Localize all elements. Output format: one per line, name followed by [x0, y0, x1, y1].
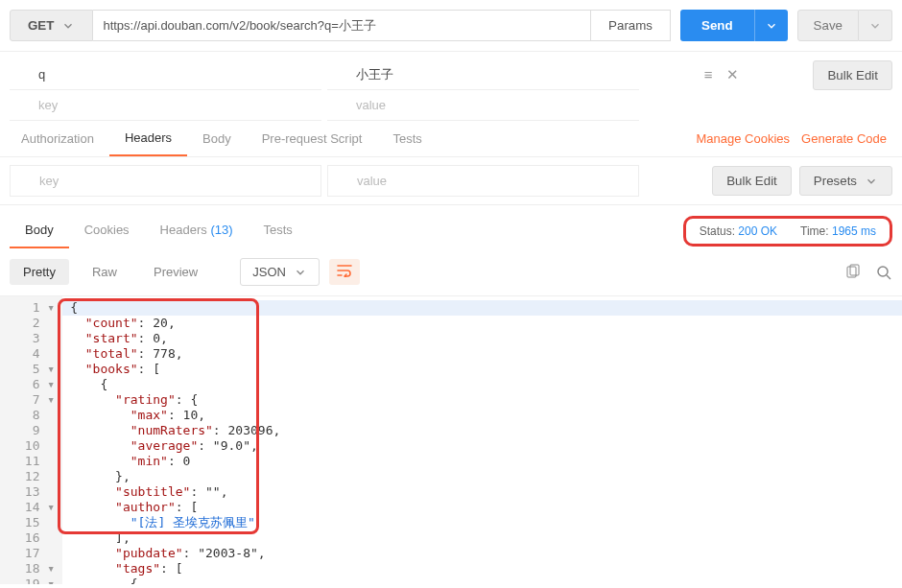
bulk-edit-button[interactable]: Bulk Edit [813, 60, 892, 90]
request-tabs: Authorization Headers Body Pre-request S… [0, 121, 902, 157]
url-input[interactable] [93, 10, 591, 41]
method-label: GET [28, 18, 54, 33]
param-key-input[interactable] [10, 90, 321, 121]
param-row-new [10, 90, 892, 121]
delete-row-icon[interactable]: ✕ [726, 66, 739, 83]
view-pretty[interactable]: Pretty [10, 259, 69, 285]
request-toolbar: GET Params Send Save [0, 0, 902, 52]
search-icon[interactable] [875, 264, 892, 281]
tab-headers[interactable]: Headers [109, 121, 187, 156]
headers-bulk-edit-button[interactable]: Bulk Edit [712, 166, 792, 196]
generate-code-link[interactable]: Generate Code [801, 131, 887, 146]
headers-editor: Bulk Edit Presets [0, 157, 902, 205]
resp-tab-body[interactable]: Body [10, 213, 69, 248]
tab-prerequest[interactable]: Pre-request Script [247, 122, 378, 155]
status-label: Status: [700, 224, 735, 238]
status-value: 200 OK [738, 224, 777, 238]
chevron-down-icon [865, 175, 878, 188]
param-row: ≡ ✕ Bulk Edit [10, 59, 892, 90]
format-label: JSON [252, 265, 286, 279]
presets-dropdown[interactable]: Presets [799, 166, 892, 196]
format-dropdown[interactable]: JSON [240, 258, 320, 286]
params-section: ≡ ✕ Bulk Edit [0, 52, 902, 121]
resp-headers-label: Headers [160, 223, 207, 237]
copy-icon[interactable] [844, 264, 862, 281]
manage-cookies-link[interactable]: Manage Cookies [697, 131, 791, 146]
param-key-input[interactable] [10, 59, 321, 90]
param-value-input[interactable] [327, 90, 639, 121]
svg-point-2 [878, 267, 888, 276]
chevron-down-icon [765, 19, 778, 33]
save-button[interactable]: Save [797, 10, 859, 41]
status-highlight-box: Status: 200 OK Time: 1965 ms [683, 216, 892, 247]
view-preview[interactable]: Preview [140, 259, 211, 285]
params-button[interactable]: Params [591, 10, 671, 41]
chevron-down-icon [294, 266, 307, 279]
chevron-down-icon [868, 19, 882, 33]
method-dropdown[interactable]: GET [10, 10, 93, 41]
resp-tab-tests[interactable]: Tests [249, 213, 308, 248]
body-view-bar: Pretty Raw Preview JSON [0, 248, 902, 296]
resp-headers-count: (13) [210, 223, 232, 237]
tab-tests[interactable]: Tests [377, 122, 437, 155]
view-raw[interactable]: Raw [79, 259, 131, 285]
wrap-lines-button[interactable] [329, 259, 360, 285]
code-content[interactable]: { "count": 20, "start": 0, "total": 778,… [62, 296, 902, 584]
tab-body[interactable]: Body [187, 122, 247, 155]
reorder-icon[interactable]: ≡ [704, 66, 713, 83]
time-label: Time: [800, 224, 829, 238]
send-dropdown[interactable] [754, 10, 788, 41]
save-dropdown[interactable] [859, 10, 892, 41]
time-value: 1965 ms [832, 224, 876, 238]
header-value-input[interactable] [327, 165, 639, 197]
response-body-viewer[interactable]: 1 ▾ 2 3 4 5 ▾ 6 ▾ 7 ▾ 8 9 10 11 12 13 14… [0, 296, 902, 584]
header-key-input[interactable] [10, 165, 321, 197]
chevron-down-icon [61, 19, 75, 33]
line-gutter: 1 ▾ 2 3 4 5 ▾ 6 ▾ 7 ▾ 8 9 10 11 12 13 14… [0, 296, 62, 584]
resp-tab-headers[interactable]: Headers (13) [145, 213, 249, 248]
resp-tab-cookies[interactable]: Cookies [69, 213, 145, 248]
send-button[interactable]: Send [680, 10, 754, 41]
presets-label: Presets [814, 174, 857, 188]
wrap-icon [337, 264, 352, 277]
param-value-input[interactable] [327, 59, 639, 90]
response-bar: Body Cookies Headers (13) Tests Status: … [0, 205, 902, 248]
tab-authorization[interactable]: Authorization [6, 122, 109, 155]
